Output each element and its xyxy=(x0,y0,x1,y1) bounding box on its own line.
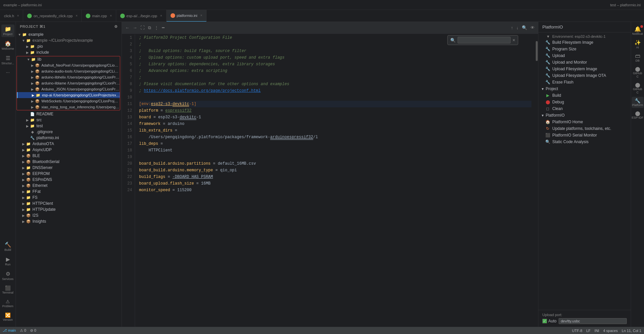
tree-item-arduinoota[interactable]: ▶ 📁 ArduinoOTA xyxy=(16,141,122,147)
arrow-down-icon[interactable]: ↓ xyxy=(516,25,520,31)
tab-close-icon[interactable]: × xyxy=(17,14,19,18)
tree-item-pio[interactable]: ▶ 📁 .pio xyxy=(16,43,122,49)
search-popup-input[interactable] xyxy=(458,37,511,43)
auto-checkbox-label[interactable]: ✓ Auto xyxy=(542,319,557,323)
nav-back-icon[interactable]: ← xyxy=(124,25,130,31)
pio-item-upload-monitor[interactable]: 🔧 Upload and Monitor xyxy=(538,59,631,66)
pio-item-program-size[interactable]: 🔧 Program Size xyxy=(538,46,631,52)
tab-on-repeatedly-click[interactable]: on_repeatedly_click.cpp × xyxy=(23,10,82,22)
tree-item-platformio-ini[interactable]: ▶ 🔧 platformio.ini xyxy=(16,135,122,141)
port-input[interactable] xyxy=(559,318,627,324)
status-language[interactable]: INI xyxy=(595,329,599,333)
right-icon-github2[interactable]: ⬤ GitHub C xyxy=(632,81,644,95)
tree-item-gitignore[interactable]: ▶ ◆ .gitignore xyxy=(16,129,122,135)
pio-item-home[interactable]: 🏠 PlatformIO Home xyxy=(538,119,631,125)
sidebar-gear-icon[interactable]: ⚙ xyxy=(114,25,118,29)
right-icon-db[interactable]: 🗃 DB xyxy=(632,52,644,64)
tree-item-ethernet[interactable]: ▶ 📦 Ethernet xyxy=(16,183,122,189)
tree-item-httpclient[interactable]: ▶ 📁 HTTPClient xyxy=(16,200,122,206)
tab-platformio-ini[interactable]: platformio.ini × xyxy=(167,10,207,22)
arrow-up-icon[interactable]: ↑ xyxy=(510,25,514,31)
pio-item-upload[interactable]: 🔧 Upload xyxy=(538,52,631,59)
scrollbar-thumb[interactable] xyxy=(536,41,538,61)
status-indent[interactable]: 4 spaces xyxy=(603,329,618,333)
tree-item-insights[interactable]: ▶ 📦 Insights xyxy=(16,218,122,224)
code-content[interactable]: ; PlatformIO Project Configuration File … xyxy=(135,34,535,327)
tree-item-asyncudp[interactable]: ▶ 📁 AsyncUDP xyxy=(16,147,122,153)
tree-item-i2s[interactable]: ▶ 📦 I2S xyxy=(16,212,122,218)
tree-item-websockets[interactable]: ▶ 📦 WebSockets /Users/pengqingdong/CLion… xyxy=(17,98,120,104)
pio-item-clean[interactable]: ◻ Clean xyxy=(538,105,631,112)
tab-esp-ai-begin[interactable]: esp-ai/.../begin.cpp × xyxy=(116,10,167,22)
pio-item-debug[interactable]: ⬤ Debug xyxy=(538,99,631,105)
auto-checkbox[interactable]: ✓ xyxy=(542,319,547,323)
close-panel-icon[interactable]: ━ xyxy=(161,25,165,31)
tree-item-libhelix[interactable]: ▶ 📦 arduino-libhelix /Users/pengqingdong… xyxy=(17,74,120,80)
tab-close-icon[interactable]: × xyxy=(110,14,112,18)
tree-item-readme[interactable]: ▶ 📄 README xyxy=(16,111,122,117)
status-git-branch[interactable]: ⎇ main xyxy=(3,328,16,333)
activity-item-more[interactable]: ··· xyxy=(1,68,15,76)
tree-item-fs[interactable]: ▶ 📁 FS xyxy=(16,195,122,200)
tab-close-icon[interactable]: × xyxy=(200,14,202,17)
more-icon[interactable]: ⋮ xyxy=(154,25,159,31)
pio-section-platformio[interactable]: ▼ PlatformIO xyxy=(538,112,631,119)
activity-item-services[interactable]: ⚙ Services xyxy=(1,269,15,282)
tree-item-xiaoming[interactable]: ▶ 📦 xiao_ming_tong_xue_inferencing /User… xyxy=(17,104,120,110)
tree-item-bluetoothserial[interactable]: ▶ 📦 BluetoothSerial xyxy=(16,159,122,165)
tree-item-lib[interactable]: ▼ 📁 lib xyxy=(17,56,120,62)
pio-item-build[interactable]: ▶ Build xyxy=(538,92,631,99)
activity-item-build[interactable]: 🔨 Build xyxy=(1,240,15,253)
tree-item-esp-ai[interactable]: ▶ 📁 esp-ai /Users/pengqingdong/CLionProj… xyxy=(17,92,120,98)
right-icon-github1[interactable]: ⬤ GitHub C xyxy=(632,65,644,80)
tree-item-src[interactable]: ▶ 📁 src xyxy=(16,117,122,123)
status-encoding[interactable]: UTF-8 xyxy=(572,329,582,333)
pio-item-serial-monitor[interactable]: ⬛ PlatformIO Serial Monitor xyxy=(538,132,631,139)
activity-item-project[interactable]: 📁 Project xyxy=(1,25,15,37)
activity-item-run[interactable]: ▶ Run xyxy=(1,255,15,267)
status-position[interactable]: Ln 11, Col 1 xyxy=(622,329,641,333)
tree-item-audio-tools[interactable]: ▶ 📦 arduino-audio-tools /Users/pengqingd… xyxy=(17,68,120,74)
tree-item-liblame[interactable]: ▶ 📦 arduino-liblame /Users/pengqingdong/… xyxy=(17,80,120,86)
pio-item-update-platforms[interactable]: ↻ Update platforms, toolchains, etc. xyxy=(538,125,631,132)
tab-main-cpp[interactable]: main.cpp × xyxy=(82,10,116,22)
pio-item-build-filesystem[interactable]: 🔧 Build Filesystem Image xyxy=(538,39,631,46)
tree-item-adafruit[interactable]: ▶ 📦 Adafruit_NeoPixel /Users/pengqingdon… xyxy=(17,62,120,68)
search-close-icon[interactable]: × xyxy=(513,37,515,43)
tree-item-dnsserver[interactable]: ▶ 📁 DNSServer xyxy=(16,165,122,171)
search-icon[interactable]: 🔍 xyxy=(521,25,528,31)
tree-item-test[interactable]: ▶ 📁 test xyxy=(16,123,122,129)
tab-close-icon[interactable]: × xyxy=(75,14,77,18)
eye-icon[interactable]: 👁 xyxy=(530,25,535,31)
tree-item-example-path[interactable]: ▼ 📁 example ~/CLionProjects/example xyxy=(16,37,122,43)
pio-item-upload-filesystem-ota[interactable]: 🔧 Upload Filesystem Image OTA xyxy=(538,72,631,79)
tab-click-h[interactable]: click.h × xyxy=(0,10,23,22)
tab-close-icon[interactable]: × xyxy=(160,14,162,18)
activity-item-welcome[interactable]: 🏠 Welcome xyxy=(1,39,15,52)
activity-item-version[interactable]: 🔀 Version xyxy=(1,311,15,323)
pio-item-erase-flash[interactable]: 🔧 Erase Flash xyxy=(538,79,631,85)
tree-item-include[interactable]: ▶ 📁 include xyxy=(16,49,122,55)
activity-item-problem[interactable]: ⚠ Problem xyxy=(1,298,15,309)
tree-item-espmdns[interactable]: ▶ 📦 ESPmDNS xyxy=(16,177,122,183)
tree-item-example-root[interactable]: ▼ 📁 example xyxy=(16,31,122,37)
pio-item-upload-filesystem[interactable]: 🔧 Upload Filesystem Image xyxy=(538,66,631,72)
activity-item-structure[interactable]: ☰ Structur... xyxy=(1,54,15,66)
pio-item-static-analysis[interactable]: 🔍 Static Code Analysis xyxy=(538,139,631,145)
right-icon-ai[interactable]: ✨ AI xyxy=(632,38,644,50)
split-icon[interactable]: ⧉ xyxy=(147,25,152,31)
expand-icon[interactable]: ⛶ xyxy=(140,25,145,31)
tree-item-arduino-json[interactable]: ▶ 📦 Arduino_JSON /Users/pengqingdong/CLi… xyxy=(17,86,120,92)
activity-item-terminal[interactable]: ⬛ Terminal xyxy=(1,284,15,296)
tree-item-ble[interactable]: ▶ 📦 BLE xyxy=(16,153,122,159)
nav-forward-icon[interactable]: → xyxy=(132,25,138,31)
status-line-ending[interactable]: LF xyxy=(586,329,591,333)
tree-item-eeprom[interactable]: ▶ 📦 EEPROM xyxy=(16,171,122,177)
vertical-scrollbar[interactable] xyxy=(535,34,538,327)
tree-item-ffat[interactable]: ▶ 📁 FFat xyxy=(16,189,122,195)
right-icon-esp-idf[interactable]: ⬤ ESP-IDF xyxy=(632,109,644,121)
right-icon-notifications[interactable]: 🔔 Notificat xyxy=(632,25,644,37)
tree-item-httpupdate[interactable]: ▶ 📁 HTTPUpdate xyxy=(16,206,122,212)
pio-section-project[interactable]: ▼ Project xyxy=(538,85,631,92)
right-icon-platform[interactable]: 🔧 Platform xyxy=(632,97,644,108)
